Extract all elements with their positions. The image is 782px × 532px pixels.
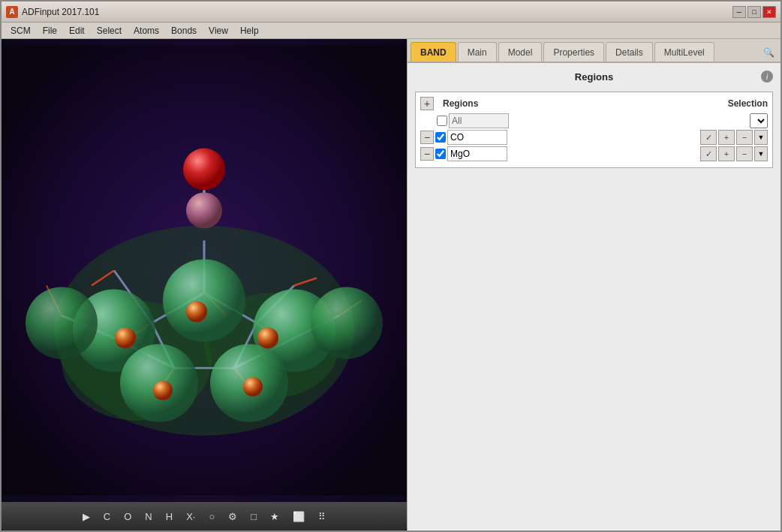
all-region-checkbox[interactable] xyxy=(437,116,447,126)
viewport-toolbar: ▶ C O N H X· ○ ⚙ □ ★ ⬜ ⠿ xyxy=(2,502,407,530)
titlebar-left: A ADFinput 2017.101 xyxy=(6,6,99,18)
gear-button[interactable]: ⚙ xyxy=(225,509,240,524)
star-button[interactable]: ★ xyxy=(267,509,282,524)
regions-col-right: Selection xyxy=(585,98,768,109)
svg-point-39 xyxy=(186,193,222,229)
titlebar: A ADFinput 2017.101 ─ □ ✕ xyxy=(2,2,780,23)
svg-point-36 xyxy=(153,381,173,401)
x-button[interactable]: X· xyxy=(183,509,198,524)
window-title: ADFinput 2017.101 xyxy=(22,7,99,17)
dots-button[interactable]: ⠿ xyxy=(315,509,329,524)
all-region-name xyxy=(449,113,509,128)
tab-properties[interactable]: Properties xyxy=(543,42,604,62)
svg-point-38 xyxy=(183,149,225,191)
frame-button[interactable]: ⬜ xyxy=(290,509,308,524)
co-sel-dropdown-button[interactable]: ▼ xyxy=(754,130,768,145)
h-button[interactable]: H xyxy=(163,509,176,524)
right-panel: BAND Main Model Properties Details Multi… xyxy=(407,39,780,530)
svg-point-35 xyxy=(115,328,136,349)
maximize-button[interactable]: □ xyxy=(747,6,761,18)
tab-details[interactable]: Details xyxy=(606,42,653,62)
o-button[interactable]: O xyxy=(121,509,134,524)
mgo-remove-button[interactable]: − xyxy=(420,147,434,161)
viewport: ▶ C O N H X· ○ ⚙ □ ★ ⬜ ⠿ xyxy=(2,39,407,530)
co-region-row: − ✓ + − ▼ xyxy=(420,130,768,145)
svg-point-33 xyxy=(186,302,207,323)
main-window: A ADFinput 2017.101 ─ □ ✕ SCM File Edit … xyxy=(0,0,782,532)
tab-main[interactable]: Main xyxy=(458,42,497,62)
panel-content: Regions i + Regions Selection xyxy=(408,63,780,530)
svg-point-30 xyxy=(311,287,383,359)
menu-file[interactable]: File xyxy=(37,24,63,38)
panel-title: Regions xyxy=(427,71,761,83)
tab-band[interactable]: BAND xyxy=(411,42,456,62)
tab-multilevel[interactable]: MultiLevel xyxy=(654,42,714,62)
mgo-region-name[interactable] xyxy=(447,146,507,161)
regions-header-row: + Regions Selection xyxy=(420,97,768,110)
close-button[interactable]: ✕ xyxy=(762,6,776,18)
regions-col-left: + Regions xyxy=(420,97,585,110)
titlebar-buttons: ─ □ ✕ xyxy=(732,6,776,18)
mgo-sel-minus-button[interactable]: − xyxy=(736,146,753,161)
tab-bar: BAND Main Model Properties Details Multi… xyxy=(408,39,780,63)
circle-button[interactable]: ○ xyxy=(206,509,218,524)
square-button[interactable]: □ xyxy=(248,509,260,524)
mgo-sel-check-button[interactable]: ✓ xyxy=(700,146,717,161)
menu-edit[interactable]: Edit xyxy=(63,24,91,38)
all-region-row xyxy=(420,113,768,128)
menu-select[interactable]: Select xyxy=(91,24,128,38)
tab-model[interactable]: Model xyxy=(498,42,543,62)
main-content: ▶ C O N H X· ○ ⚙ □ ★ ⬜ ⠿ BAND xyxy=(2,39,780,530)
menubar: SCM File Edit Select Atoms Bonds View He… xyxy=(2,23,780,39)
regions-container: + Regions Selection xyxy=(415,92,773,168)
mgo-sel-dropdown-button[interactable]: ▼ xyxy=(754,146,768,161)
menu-help[interactable]: Help xyxy=(234,24,265,38)
play-button[interactable]: ▶ xyxy=(80,509,93,524)
menu-scm[interactable]: SCM xyxy=(5,24,37,38)
menu-bonds[interactable]: Bonds xyxy=(165,24,203,38)
c-button[interactable]: C xyxy=(101,509,113,524)
svg-point-37 xyxy=(243,377,263,397)
menu-atoms[interactable]: Atoms xyxy=(128,24,165,38)
mgo-region-checkbox[interactable] xyxy=(435,149,446,159)
app-icon: A xyxy=(6,6,18,18)
svg-point-34 xyxy=(257,328,278,349)
minimize-button[interactable]: ─ xyxy=(732,6,746,18)
info-icon[interactable]: i xyxy=(761,71,773,83)
search-button[interactable]: 🔍 xyxy=(759,44,777,62)
mgo-region-row: − ✓ + − ▼ xyxy=(420,146,768,161)
all-region-dropdown[interactable] xyxy=(750,113,768,128)
co-region-name[interactable] xyxy=(447,130,507,145)
mgo-sel-plus-button[interactable]: + xyxy=(718,146,735,161)
molecule-view xyxy=(2,39,407,502)
co-sel-check-button[interactable]: ✓ xyxy=(700,130,717,145)
menu-view[interactable]: View xyxy=(203,24,234,38)
n-button[interactable]: N xyxy=(142,509,155,524)
panel-title-row: Regions i xyxy=(415,71,773,83)
co-sel-minus-button[interactable]: − xyxy=(736,130,753,145)
viewport-canvas[interactable] xyxy=(2,39,407,502)
svg-point-27 xyxy=(163,260,245,342)
add-region-button[interactable]: + xyxy=(420,97,434,110)
regions-label: Regions xyxy=(443,98,478,109)
co-sel-plus-button[interactable]: + xyxy=(718,130,735,145)
selection-label: Selection xyxy=(728,98,768,109)
co-remove-button[interactable]: − xyxy=(420,131,434,144)
svg-point-29 xyxy=(26,287,98,359)
co-region-checkbox[interactable] xyxy=(435,132,446,143)
